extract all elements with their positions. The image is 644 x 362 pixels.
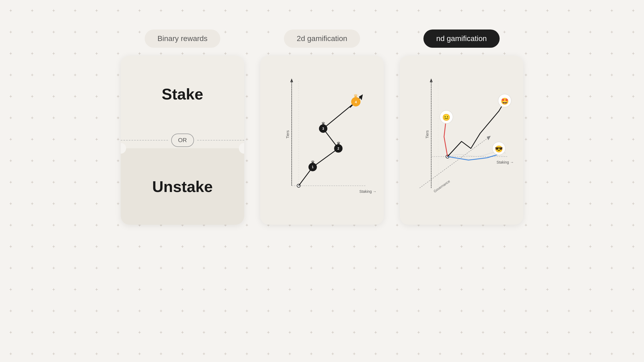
stake-label: Stake — [162, 85, 203, 103]
nd-gamification-tab[interactable]: nd gamification — [423, 29, 500, 48]
svg-text:♛: ♛ — [336, 141, 341, 146]
main-container: Binary rewards Stake OR Unstake 2 — [0, 0, 644, 362]
nd-chart-card: Tiers Governance Staking → — [400, 56, 523, 225]
binary-rewards-tab[interactable]: Binary rewards — [145, 29, 221, 48]
svg-text:😐: 😐 — [442, 113, 451, 121]
svg-marker-28 — [487, 136, 491, 140]
binary-divider: OR — [121, 132, 244, 148]
binary-top: Stake — [121, 56, 244, 132]
svg-text:3: 3 — [322, 127, 324, 131]
dashed-line-right — [197, 140, 244, 141]
panels-row: Binary rewards Stake OR Unstake 2 — [121, 29, 523, 225]
svg-line-27 — [419, 137, 489, 188]
nd-chart-svg: Tiers Governance Staking → — [408, 64, 515, 217]
dashed-line-left — [121, 140, 168, 141]
svg-text:😎: 😎 — [495, 145, 503, 153]
or-badge: OR — [171, 134, 194, 147]
2d-chart-svg: Tiers — [268, 64, 376, 217]
svg-text:1: 1 — [312, 165, 314, 169]
svg-text:Governance: Governance — [433, 179, 451, 193]
svg-text:♛: ♛ — [321, 121, 325, 126]
nd-panel: nd gamification Tiers Governance — [400, 29, 523, 225]
unstake-label: Unstake — [152, 178, 213, 195]
svg-text:Tiers: Tiers — [425, 130, 429, 138]
svg-text:Staking →: Staking → — [496, 160, 514, 164]
binary-bottom: Unstake — [121, 148, 244, 225]
svg-text:4: 4 — [355, 100, 357, 104]
2d-gamification-tab[interactable]: 2d gamification — [284, 29, 360, 48]
svg-text:♛: ♛ — [311, 160, 315, 165]
svg-text:2: 2 — [337, 147, 339, 150]
svg-text:Staking →: Staking → — [359, 189, 376, 194]
2d-chart-card: Tiers — [260, 56, 384, 225]
binary-panel: Binary rewards Stake OR Unstake — [121, 29, 244, 225]
svg-text:🤩: 🤩 — [501, 97, 509, 105]
2d-panel: 2d gamification Tiers — [260, 29, 384, 225]
binary-card: Stake OR Unstake — [121, 56, 244, 225]
svg-text:♛: ♛ — [353, 93, 358, 99]
svg-text:Tiers: Tiers — [286, 130, 290, 138]
